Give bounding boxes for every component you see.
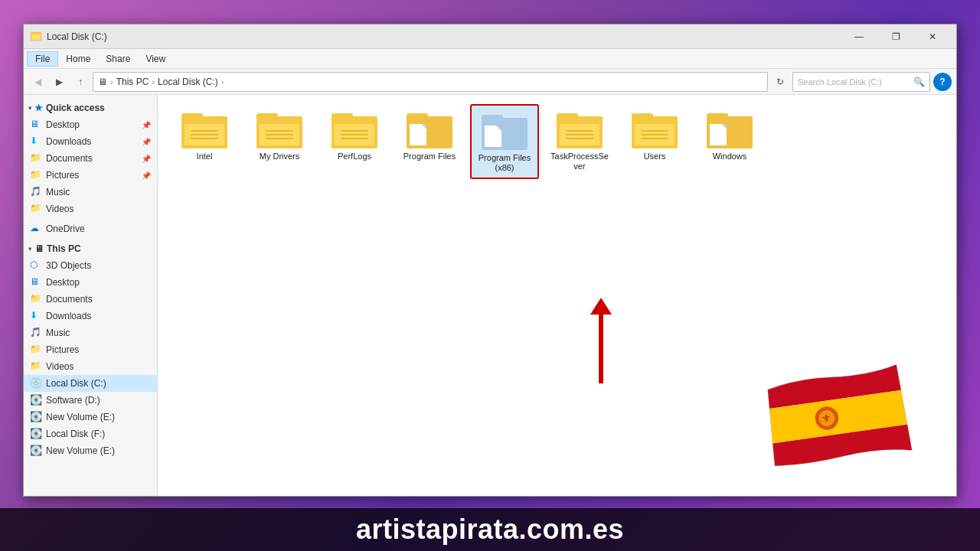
disk-icon: 💽 [30, 445, 42, 457]
close-button[interactable]: ✕ [915, 25, 950, 48]
file-area: Intel [158, 95, 956, 496]
desktop-icon: 🖥 [30, 119, 42, 131]
file-label: PerfLogs [338, 152, 371, 161]
sidebar-item-new-volume-e[interactable]: 💽 New Volume (E:) [24, 409, 157, 425]
folder-icon-perflogs [332, 109, 377, 148]
sidebar-label: Music [46, 187, 70, 197]
watermark-bar: artistapirata.com.es [0, 508, 980, 551]
file-grid: Intel [170, 104, 944, 179]
this-pc-label: This PC [47, 243, 81, 254]
file-item-users[interactable]: Users [620, 104, 689, 179]
breadcrumb-this-pc[interactable]: This PC [116, 77, 149, 87]
svg-rect-2 [31, 32, 35, 34]
forward-button[interactable]: ▶ [50, 73, 68, 91]
sidebar-label: Documents [46, 153, 93, 164]
search-input[interactable]: Search Local Disk (C:) 🔍 [792, 72, 930, 92]
help-button[interactable]: ? [933, 73, 952, 91]
sidebar-label: Software (D:) [46, 395, 100, 406]
file-label: Program Files [403, 152, 456, 161]
sidebar-item-videos-qa[interactable]: 📁 Videos [24, 201, 157, 217]
sidebar-item-onedrive[interactable]: ☁ OneDrive [24, 220, 157, 237]
file-item-windows[interactable]: Windows [695, 104, 764, 179]
sidebar: ▾ ★ Quick access 🖥 Desktop 📌 ⬇ Downloads… [24, 95, 158, 496]
file-item-taskprocesssever[interactable]: TaskProcessSever [545, 104, 614, 179]
refresh-button[interactable]: ↻ [771, 73, 789, 91]
sidebar-item-videos[interactable]: 📁 Videos [24, 358, 157, 375]
3d-icon: ⬡ [30, 259, 42, 272]
up-button[interactable]: ↑ [71, 73, 90, 91]
documents-icon: 📁 [30, 152, 42, 165]
folder-icon-windows [707, 109, 753, 148]
folder-icon-intel [181, 109, 227, 148]
sidebar-label: Local Disk (C:) [46, 378, 106, 389]
quick-access-label: Quick access [46, 103, 105, 113]
videos-icon: 📁 [30, 360, 42, 373]
sidebar-item-pictures-qa[interactable]: 📁 Pictures 📌 [24, 167, 157, 184]
sidebar-label: Videos [46, 361, 74, 372]
file-label: Intel [197, 152, 213, 161]
sidebar-item-desktop[interactable]: 🖥 Desktop [24, 274, 157, 291]
maximize-button[interactable]: ❐ [878, 25, 913, 48]
file-item-perflogs[interactable]: PerfLogs [320, 104, 389, 179]
main-area: ▾ ★ Quick access 🖥 Desktop 📌 ⬇ Downloads… [24, 95, 956, 496]
sidebar-item-3dobjects[interactable]: ⬡ 3D Objects [24, 257, 157, 274]
onedrive-icon: ☁ [30, 223, 42, 235]
sidebar-item-downloads-qa[interactable]: ⬇ Downloads 📌 [24, 133, 157, 150]
sidebar-label: Pictures [46, 344, 79, 355]
sidebar-item-documents-qa[interactable]: 📁 Documents 📌 [24, 150, 157, 167]
sidebar-item-local-disk-c[interactable]: 💿 Local Disk (C:) [24, 375, 157, 392]
arrow-annotation [590, 298, 612, 383]
music-icon: 🎵 [30, 327, 42, 339]
search-icon: 🔍 [913, 77, 925, 87]
sidebar-item-pictures[interactable]: 📁 Pictures [24, 341, 157, 358]
menu-home[interactable]: Home [58, 52, 98, 66]
breadcrumb-icon: 🖥 [98, 77, 107, 87]
file-label: My Drivers [260, 152, 300, 161]
file-item-program-files[interactable]: Program Files [395, 104, 464, 179]
sidebar-item-new-volume-e2[interactable]: 💽 New Volume (E:) [24, 442, 157, 459]
desktop-icon: 🖥 [30, 276, 42, 289]
documents-icon: 📁 [30, 293, 42, 305]
sidebar-item-desktop-qa[interactable]: 🖥 Desktop 📌 [24, 116, 157, 133]
file-item-program-files-x86[interactable]: Program Files(x86) [470, 104, 539, 179]
nav-bar: ◀ ▶ ↑ 🖥 › This PC › Local Disk (C:) › ↻ … [24, 69, 956, 95]
menu-file[interactable]: File [27, 51, 58, 67]
quick-access-section: ▾ ★ Quick access 🖥 Desktop 📌 ⬇ Downloads… [24, 99, 157, 217]
disk-icon: 💽 [30, 394, 42, 406]
window-icon [30, 31, 42, 43]
sidebar-item-music[interactable]: 🎵 Music [24, 324, 157, 341]
menu-view[interactable]: View [138, 52, 173, 66]
breadcrumb-local-disk[interactable]: Local Disk (C:) [158, 77, 218, 87]
back-button[interactable]: ◀ [28, 73, 47, 91]
title-bar: Local Disk (C:) — ❐ ✕ [24, 24, 956, 49]
folder-icon-program-files [407, 109, 452, 148]
menu-share[interactable]: Share [98, 52, 138, 66]
this-pc-header[interactable]: ▾ 🖥 This PC [24, 240, 157, 257]
sidebar-item-documents[interactable]: 📁 Documents [24, 291, 157, 308]
folder-icon-program-files-x86 [482, 110, 528, 150]
downloads-icon: ⬇ [30, 310, 42, 322]
file-item-my-drivers[interactable]: My Drivers [245, 104, 314, 179]
svg-rect-1 [31, 34, 41, 40]
breadcrumb[interactable]: 🖥 › This PC › Local Disk (C:) › [93, 72, 768, 92]
sidebar-item-downloads[interactable]: ⬇ Downloads [24, 308, 157, 324]
pictures-icon: 📁 [30, 169, 42, 181]
arrow-shaft [599, 315, 603, 383]
pc-icon: 🖥 [34, 243, 44, 254]
outer-wrapper: Local Disk (C:) — ❐ ✕ File Home Share Vi… [0, 0, 980, 551]
sidebar-label: Music [46, 328, 70, 338]
svg-text:⚜: ⚜ [821, 412, 831, 425]
quick-access-header[interactable]: ▾ ★ Quick access [24, 99, 157, 116]
sidebar-item-software-d[interactable]: 💽 Software (D:) [24, 392, 157, 409]
sidebar-item-music-qa[interactable]: 🎵 Music [24, 184, 157, 201]
file-label: TaskProcessSever [550, 152, 609, 171]
quick-access-icon: ★ [34, 103, 43, 113]
folder-icon-my-drivers [256, 109, 302, 148]
sidebar-label: 3D Objects [46, 260, 91, 271]
file-item-intel[interactable]: Intel [170, 104, 239, 179]
disk-icon: 💽 [30, 411, 42, 423]
watermark-text: artistapirata.com.es [356, 514, 624, 546]
sidebar-item-local-disk-f[interactable]: 💽 Local Disk (F:) [24, 425, 157, 442]
sidebar-label: Desktop [46, 119, 80, 130]
minimize-button[interactable]: — [841, 25, 877, 48]
